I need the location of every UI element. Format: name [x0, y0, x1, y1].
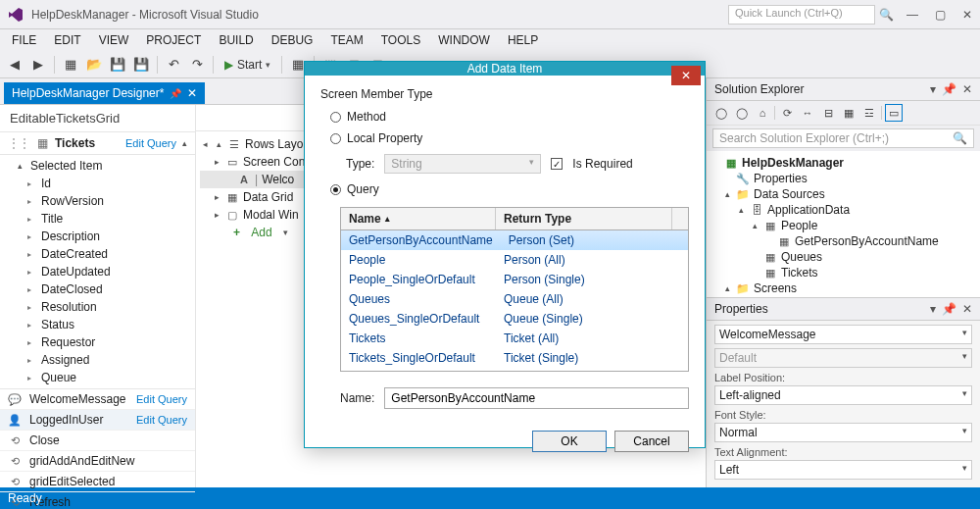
pin-icon[interactable]: 📌 [170, 88, 181, 99]
se-app-data[interactable]: ▴🗄ApplicationData [709, 202, 978, 218]
pin-icon[interactable]: 📌 [942, 302, 956, 316]
se-data-sources[interactable]: ▴📁Data Sources [709, 186, 978, 202]
menu-help[interactable]: HELP [500, 31, 546, 49]
start-button[interactable]: ▶Start▾ [219, 58, 276, 72]
search-icon[interactable]: 🔍 [879, 8, 894, 22]
field-item[interactable]: DateUpdated [0, 263, 195, 280]
window-icon: ▢ [225, 209, 239, 222]
se-collapse-icon[interactable]: ⊟ [819, 104, 837, 122]
add-link[interactable]: + Add ▾ [200, 224, 702, 241]
save-all-icon[interactable]: 💾 [130, 54, 152, 76]
dropdown-icon[interactable]: ▾ [930, 82, 936, 96]
se-back-icon[interactable]: ◯ [712, 104, 730, 122]
menu-debug[interactable]: DEBUG [264, 31, 321, 49]
se-properties-icon[interactable]: ☲ [860, 104, 878, 122]
field-item[interactable]: RowVersion [0, 192, 195, 210]
se-tickets[interactable]: ▦Tickets [709, 265, 978, 280]
se-sync-icon[interactable]: ↔ [799, 104, 816, 122]
se-refresh-icon[interactable]: ⟳ [778, 104, 796, 122]
se-fwd-icon[interactable]: ◯ [733, 104, 751, 122]
se-search-input[interactable]: Search Solution Explorer (Ctrl+;) 🔍 [712, 128, 974, 148]
props-font-style[interactable]: Normal▾ [714, 423, 972, 442]
field-item[interactable]: DateClosed [0, 280, 195, 298]
layout-rows[interactable]: ◂▴☰Rows Layout [200, 135, 702, 153]
doc-tab-designer[interactable]: HelpDeskManager Designer* 📌 ✕ [4, 82, 205, 104]
action-item[interactable]: 💬WelcomeMessageEdit Query [0, 389, 195, 410]
layout-welcome[interactable]: A|Welco [200, 171, 702, 188]
menu-file[interactable]: FILE [4, 31, 44, 49]
tb-icon-2[interactable]: ⬚ [319, 54, 341, 76]
tb-icon-3[interactable]: ⊞ [343, 54, 365, 76]
tab-close-icon[interactable]: ✕ [187, 86, 197, 100]
table-icon: ▦ [763, 220, 777, 232]
folder-icon: 📁 [736, 188, 750, 201]
close-icon[interactable]: ✕ [962, 302, 972, 316]
layout-screen-content[interactable]: ▸▭Screen Con [200, 153, 702, 171]
close-icon[interactable]: ✕ [962, 82, 972, 96]
menubar: FILE EDIT VIEW PROJECT BUILD DEBUG TEAM … [0, 29, 980, 51]
window-title: HelpDeskManager - Microsoft Visual Studi… [31, 8, 259, 22]
se-queues[interactable]: ▦Queues [709, 249, 978, 265]
props-label-position[interactable]: Left-aligned▾ [714, 385, 972, 405]
minimize-button[interactable]: — [906, 8, 919, 22]
action-item[interactable]: 👤LoggedInUserEdit Query [0, 410, 195, 431]
open-icon[interactable]: 📂 [83, 54, 105, 76]
titlebar: HelpDeskManager - Microsoft Visual Studi… [0, 0, 980, 29]
quick-launch-input[interactable]: Quick Launch (Ctrl+Q) [728, 5, 875, 25]
new-project-icon[interactable]: ▦ [60, 54, 81, 76]
field-item[interactable]: Requestor [0, 333, 195, 351]
se-screens[interactable]: ▴📁Screens [709, 280, 978, 296]
maximize-button[interactable]: ▢ [933, 8, 947, 22]
document-tabs: HelpDeskManager Designer* 📌 ✕ [0, 78, 706, 104]
menu-tools[interactable]: TOOLS [373, 31, 428, 49]
save-icon[interactable]: 💾 [107, 54, 128, 76]
screen-name: EditableTicketsGrid [0, 105, 195, 132]
layout-modal-win[interactable]: ▸▢Modal Win [200, 206, 702, 224]
se-project[interactable]: ▦HelpDeskManager [709, 155, 978, 171]
action-item[interactable]: ⟲Close [0, 431, 195, 451]
field-item[interactable]: DateCreated [0, 245, 195, 263]
solution-explorer-title: Solution Explorer ▾📌✕ [707, 78, 980, 101]
field-item[interactable]: Assigned [0, 351, 195, 369]
layout-data-grid[interactable]: ▸▦Data Grid [200, 188, 702, 206]
se-properties[interactable]: 🔧Properties [709, 171, 978, 186]
menu-edit[interactable]: EDIT [46, 31, 88, 49]
redo-icon[interactable]: ↷ [186, 54, 208, 76]
props-text-align[interactable]: Left▾ [714, 460, 972, 480]
dropdown-icon[interactable]: ▾ [930, 302, 936, 316]
tb-icon-4[interactable]: ⊟ [367, 54, 388, 76]
props-label: Font Style: [714, 409, 972, 421]
chevron-up-icon[interactable]: ▴ [182, 138, 187, 148]
field-item[interactable]: Id [0, 175, 195, 192]
selected-item-node[interactable]: Selected Item [0, 157, 195, 175]
edit-query-toolbar[interactable]: ✎ Edit Qu [644, 113, 696, 127]
pin-icon[interactable]: 📌 [942, 82, 956, 96]
se-showall-icon[interactable]: ▦ [840, 104, 858, 122]
close-button[interactable]: ✕ [960, 8, 974, 22]
edit-query-link[interactable]: Edit Query [125, 137, 176, 149]
field-item[interactable]: Description [0, 228, 195, 245]
undo-icon[interactable]: ↶ [163, 54, 184, 76]
table-icon: ▦ [35, 136, 49, 150]
action-item[interactable]: ⟲gridAddAndEditNew [0, 451, 195, 472]
menu-team[interactable]: TEAM [322, 31, 370, 49]
props-object-combo[interactable]: WelcomeMessage▾ [714, 325, 972, 344]
se-home-icon[interactable]: ⌂ [754, 104, 771, 122]
field-item[interactable]: Status [0, 316, 195, 333]
action-item[interactable]: ⟲gridEditSelected [0, 472, 195, 492]
menu-window[interactable]: WINDOW [430, 31, 498, 49]
se-preview-icon[interactable]: ▭ [885, 104, 903, 122]
nav-fwd-icon[interactable]: ▶ [27, 54, 49, 76]
se-query[interactable]: ▦GetPersonByAccountName [709, 233, 978, 249]
field-item[interactable]: Resolution [0, 298, 195, 316]
menu-view[interactable]: VIEW [91, 31, 137, 49]
menu-build[interactable]: BUILD [211, 31, 261, 49]
nav-back-icon[interactable]: ◀ [4, 54, 25, 76]
tb-icon-1[interactable]: ▦ [287, 54, 309, 76]
field-item[interactable]: Queue [0, 369, 195, 386]
tickets-node[interactable]: ⋮⋮ ▦ Tickets Edit Query ▴ [0, 132, 195, 155]
menu-project[interactable]: PROJECT [138, 31, 209, 49]
field-item[interactable]: Title [0, 210, 195, 228]
props-default-combo[interactable]: Default▾ [714, 348, 972, 368]
se-people[interactable]: ▴▦People [709, 218, 978, 233]
